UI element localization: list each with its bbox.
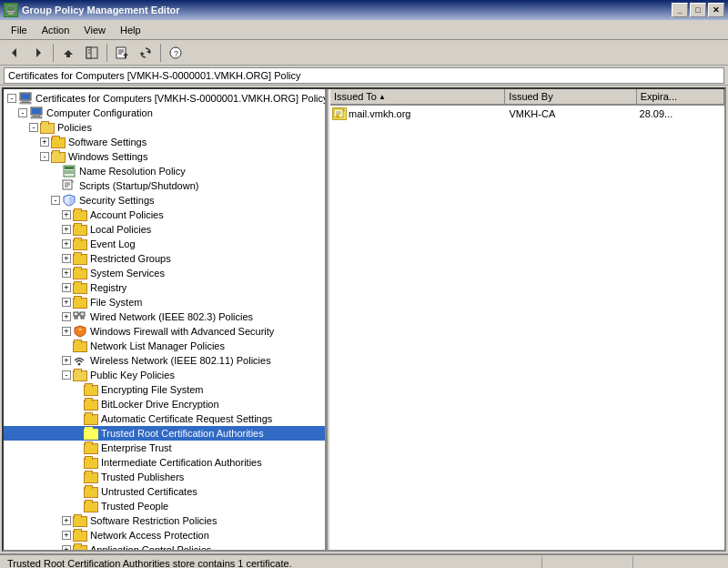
list-header: Issued To ▲ Issued By Expira... bbox=[330, 89, 724, 106]
system-services-node[interactable]: + System Services bbox=[4, 266, 325, 280]
wired-network-label: Wired Network (IEEE 802.3) Policies bbox=[90, 309, 253, 324]
windows-settings-node[interactable]: - Windows Settings bbox=[4, 149, 325, 164]
bitlocker-node[interactable]: BitLocker Drive Encryption bbox=[4, 397, 325, 411]
restricted-groups-node[interactable]: + Restricted Groups bbox=[4, 251, 325, 266]
root-expand-btn[interactable]: - bbox=[7, 94, 16, 103]
col-issued-to[interactable]: Issued To ▲ bbox=[330, 89, 505, 104]
auto-cert-node[interactable]: Automatic Certificate Request Settings bbox=[4, 411, 325, 426]
up-button[interactable] bbox=[57, 43, 79, 63]
network-access-node[interactable]: + Network Access Protection bbox=[4, 528, 325, 543]
encrypting-fs-node[interactable]: Encrypting File System bbox=[4, 382, 325, 397]
security-settings-node[interactable]: - Security Settings bbox=[4, 193, 325, 208]
system-services-expand[interactable]: + bbox=[62, 269, 71, 278]
list-item-expiry-col: 28.09... bbox=[636, 108, 723, 119]
name-resolution-node[interactable]: Name Resolution Policy bbox=[4, 164, 325, 178]
security-settings-expand[interactable]: - bbox=[51, 196, 60, 205]
intermediate-ca-icon bbox=[84, 456, 98, 469]
col-expiry[interactable]: Expira... bbox=[637, 89, 724, 104]
event-log-icon bbox=[73, 238, 87, 250]
maximize-button[interactable]: □ bbox=[690, 3, 706, 17]
network-access-expand[interactable]: + bbox=[62, 531, 71, 540]
bitlocker-icon bbox=[84, 398, 98, 411]
registry-node[interactable]: + Registry bbox=[4, 280, 325, 295]
file-system-icon bbox=[73, 296, 87, 309]
list-item[interactable]: mail.vmkh.org VMKH-CA 28.09... bbox=[330, 106, 724, 122]
enterprise-trust-placeholder bbox=[73, 443, 82, 452]
computer-config-node[interactable]: - Computer Configuration bbox=[4, 106, 325, 120]
account-policies-expand[interactable]: + bbox=[62, 210, 71, 219]
svg-marker-34 bbox=[72, 180, 74, 182]
menu-file[interactable]: File bbox=[4, 23, 35, 37]
menu-action[interactable]: Action bbox=[35, 23, 77, 37]
file-system-label: File System bbox=[90, 295, 142, 309]
trusted-root-icon bbox=[84, 427, 98, 440]
restricted-groups-icon bbox=[73, 252, 87, 265]
system-services-label: System Services bbox=[90, 266, 165, 280]
software-restriction-node[interactable]: + Software Restriction Policies bbox=[4, 513, 325, 528]
title-bar-buttons[interactable]: _ □ ✕ bbox=[672, 3, 724, 17]
computer-config-label: Computer Configuration bbox=[46, 106, 153, 120]
public-key-node[interactable]: - Public Key Policies bbox=[4, 368, 325, 382]
trusted-people-node[interactable]: Trusted People bbox=[4, 499, 325, 513]
software-settings-node[interactable]: + Software Settings bbox=[4, 135, 325, 149]
computer-config-expand[interactable]: - bbox=[18, 108, 27, 117]
windows-firewall-expand[interactable]: + bbox=[62, 327, 71, 336]
policies-node[interactable]: - Policies bbox=[4, 120, 325, 135]
menu-view[interactable]: View bbox=[76, 23, 113, 37]
network-list-node[interactable]: Network List Manager Policies bbox=[4, 339, 325, 353]
name-resolution-icon bbox=[62, 164, 76, 178]
toolbar-separator-2 bbox=[106, 44, 107, 62]
wireless-network-node[interactable]: + Wireless Network (IEEE 802.11) Policie… bbox=[4, 353, 325, 368]
status-section-2 bbox=[542, 556, 633, 568]
software-settings-expand[interactable]: + bbox=[40, 137, 49, 147]
software-settings-label: Software Settings bbox=[68, 135, 147, 149]
trusted-root-placeholder bbox=[73, 429, 82, 438]
tree-root-node[interactable]: - Certificates for Computers [VMKH-S-000… bbox=[4, 91, 325, 106]
cert-issued-by: VMKH-CA bbox=[510, 108, 556, 119]
application-control-node[interactable]: + Application Control Policies bbox=[4, 543, 325, 550]
account-policies-node[interactable]: + Account Policies bbox=[4, 208, 325, 222]
public-key-expand[interactable]: - bbox=[62, 370, 71, 380]
main-content: - Certificates for Computers [VMKH-S-000… bbox=[2, 87, 726, 552]
col-issued-by[interactable]: Issued By bbox=[505, 89, 636, 104]
export-list-button[interactable] bbox=[111, 43, 133, 63]
scripts-node[interactable]: Scripts (Startup/Shutdown) bbox=[4, 178, 325, 193]
event-log-expand[interactable]: + bbox=[62, 239, 71, 248]
wired-network-node[interactable]: + Wired Network (IEEE 802.3) Policies bbox=[4, 309, 325, 324]
local-policies-node[interactable]: + Local Policies bbox=[4, 222, 325, 237]
show-hide-console-tree[interactable] bbox=[81, 43, 103, 63]
minimize-button[interactable]: _ bbox=[672, 3, 688, 17]
back-button[interactable] bbox=[4, 43, 25, 63]
refresh-button[interactable] bbox=[135, 43, 157, 63]
local-policies-expand[interactable]: + bbox=[62, 225, 71, 234]
enterprise-trust-node[interactable]: Enterprise Trust bbox=[4, 441, 325, 455]
intermediate-ca-node[interactable]: Intermediate Certification Authorities bbox=[4, 455, 325, 470]
event-log-node[interactable]: + Event Log bbox=[4, 237, 325, 251]
close-button[interactable]: ✕ bbox=[708, 3, 724, 17]
untrusted-certs-label: Untrusted Certificates bbox=[101, 484, 197, 499]
windows-settings-expand[interactable]: - bbox=[40, 152, 49, 161]
forward-button[interactable] bbox=[27, 43, 49, 63]
software-restriction-expand[interactable]: + bbox=[62, 516, 71, 525]
svg-rect-1 bbox=[7, 6, 15, 11]
untrusted-certs-node[interactable]: Untrusted Certificates bbox=[4, 484, 325, 499]
application-control-expand[interactable]: + bbox=[62, 545, 71, 550]
file-system-node[interactable]: + File System bbox=[4, 295, 325, 309]
policies-expand[interactable]: - bbox=[29, 123, 38, 132]
root-label: Certificates for Computers [VMKH-S-00000… bbox=[35, 91, 327, 106]
wired-network-expand[interactable]: + bbox=[62, 312, 71, 321]
help-button[interactable]: ? bbox=[165, 43, 187, 63]
computer-config-icon bbox=[29, 106, 44, 120]
cert-issued-to: mail.vmkh.org bbox=[349, 108, 410, 119]
trusted-publishers-node[interactable]: Trusted Publishers bbox=[4, 470, 325, 484]
address-input[interactable] bbox=[4, 67, 724, 84]
menu-help[interactable]: Help bbox=[113, 23, 148, 37]
windows-firewall-node[interactable]: + Windows Firewall with Advanced Securit… bbox=[4, 324, 325, 339]
application-control-icon bbox=[73, 543, 87, 550]
registry-expand[interactable]: + bbox=[62, 283, 71, 292]
restricted-groups-expand[interactable]: + bbox=[62, 254, 71, 263]
trusted-root-node[interactable]: Trusted Root Certification Authorities bbox=[4, 426, 325, 441]
trusted-people-label: Trusted People bbox=[101, 499, 168, 513]
file-system-expand[interactable]: + bbox=[62, 298, 71, 307]
wireless-network-expand[interactable]: + bbox=[62, 356, 71, 365]
